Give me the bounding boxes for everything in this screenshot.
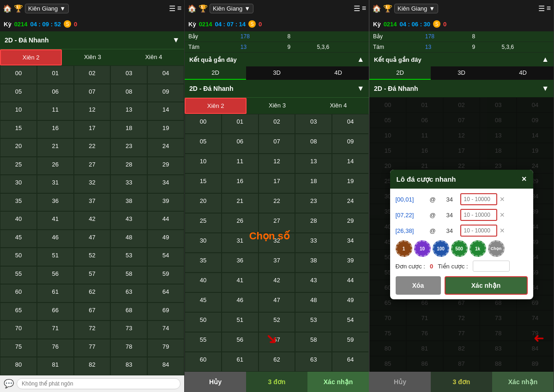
- list-item[interactable]: 31: [222, 233, 259, 253]
- list-item[interactable]: 75: [0, 339, 37, 357]
- list-item[interactable]: 02: [259, 114, 295, 134]
- list-item[interactable]: 17: [74, 120, 111, 139]
- list-item[interactable]: 38: [110, 193, 147, 212]
- list-item[interactable]: 64: [147, 284, 184, 303]
- list-item[interactable]: 18: [295, 173, 332, 193]
- list-item[interactable]: 66: [37, 303, 74, 321]
- list-item[interactable]: 31: [37, 175, 74, 193]
- list-item[interactable]: 37: [259, 253, 295, 273]
- list-item[interactable]: 48: [110, 230, 147, 248]
- list-item[interactable]: 82: [74, 357, 111, 375]
- bet-input-3[interactable]: [460, 225, 497, 237]
- list-item[interactable]: 22: [259, 193, 295, 213]
- list-item[interactable]: 08: [295, 134, 332, 154]
- result-tab-2d-3[interactable]: 2D: [369, 66, 431, 80]
- tab-xien4-2[interactable]: Xiên 4: [308, 98, 369, 114]
- list-item[interactable]: 69: [147, 303, 184, 321]
- list-item[interactable]: 43: [110, 211, 147, 230]
- list-icon-2[interactable]: ☰: [354, 4, 360, 13]
- list-item[interactable]: 03: [295, 114, 332, 134]
- list-item[interactable]: 15: [185, 173, 222, 193]
- list-item[interactable]: 34: [332, 233, 369, 253]
- chip-chon[interactable]: Chọn: [488, 240, 505, 257]
- list-item[interactable]: 01: [37, 65, 74, 84]
- list-item[interactable]: 30: [0, 175, 37, 193]
- list-item[interactable]: 09: [147, 84, 184, 102]
- chip-1[interactable]: 1: [396, 240, 412, 257]
- list-item[interactable]: 12: [74, 102, 111, 120]
- list-item[interactable]: 28: [295, 213, 332, 233]
- chip-500[interactable]: 500: [451, 240, 468, 257]
- list-item[interactable]: 63: [295, 352, 332, 372]
- list-item[interactable]: 37: [74, 193, 111, 212]
- list-item[interactable]: 57: [74, 266, 111, 285]
- list-item[interactable]: 21: [222, 193, 259, 213]
- list-item[interactable]: 80: [0, 357, 37, 375]
- list-item[interactable]: 34: [147, 175, 184, 193]
- list-item[interactable]: 50: [0, 248, 37, 266]
- menu-icon-2[interactable]: ≡: [362, 4, 366, 12]
- list-item[interactable]: 39: [147, 193, 184, 212]
- list-item[interactable]: 12: [259, 154, 295, 173]
- list-item[interactable]: 08: [110, 84, 147, 102]
- tien-cuoc-input[interactable]: [473, 261, 510, 272]
- list-item[interactable]: 67: [74, 303, 111, 321]
- list-item[interactable]: 16: [222, 173, 259, 193]
- region-dropdown-1[interactable]: Kiên Giang ▼: [25, 4, 69, 13]
- list-item[interactable]: 16: [37, 120, 74, 139]
- trophy-icon-1[interactable]: 🏆: [14, 4, 23, 13]
- list-item[interactable]: 04: [332, 114, 369, 134]
- list-item[interactable]: 28: [110, 157, 147, 175]
- bet-input-2[interactable]: [460, 209, 497, 221]
- home-icon-3[interactable]: 🏠: [372, 4, 381, 13]
- list-item[interactable]: 39: [332, 253, 369, 273]
- list-item[interactable]: 41: [222, 273, 259, 292]
- list-item[interactable]: 53: [295, 312, 332, 332]
- trophy-icon-3[interactable]: 🏆: [383, 4, 392, 13]
- list-item[interactable]: 19: [147, 120, 184, 139]
- list-item[interactable]: 57: [259, 332, 295, 352]
- region-dropdown-3[interactable]: Kiên Giang ▼: [394, 4, 438, 13]
- list-item[interactable]: 24: [332, 193, 369, 213]
- modal-close-button[interactable]: ×: [522, 174, 527, 184]
- list-item[interactable]: 29: [147, 157, 184, 175]
- home-icon-2[interactable]: 🏠: [187, 4, 197, 13]
- list-item[interactable]: 13: [110, 102, 147, 120]
- list-item[interactable]: 40: [185, 273, 222, 292]
- list-item[interactable]: 14: [147, 102, 184, 120]
- list-icon-3[interactable]: ☰: [538, 4, 545, 13]
- list-item[interactable]: 60: [185, 352, 222, 372]
- list-item[interactable]: 46: [37, 230, 74, 248]
- list-item[interactable]: 07: [259, 134, 295, 154]
- list-item[interactable]: 72: [74, 321, 111, 339]
- result-tab-3d-2[interactable]: 3D: [246, 66, 307, 80]
- list-item[interactable]: 20: [0, 138, 37, 157]
- list-item[interactable]: 79: [147, 339, 184, 357]
- home-icon-1[interactable]: 🏠: [3, 4, 12, 13]
- list-item[interactable]: 20: [185, 193, 222, 213]
- list-item[interactable]: 35: [185, 253, 222, 273]
- list-item[interactable]: 17: [259, 173, 295, 193]
- game-type-row-1[interactable]: 2D - Đá Nhanh ▼: [0, 31, 184, 49]
- list-item[interactable]: 27: [259, 213, 295, 233]
- list-item[interactable]: 81: [37, 357, 74, 375]
- list-item[interactable]: 77: [74, 339, 111, 357]
- list-item[interactable]: 58: [295, 332, 332, 352]
- chip-100[interactable]: 100: [433, 240, 449, 257]
- bet-delete-2[interactable]: ×: [500, 210, 505, 220]
- list-item[interactable]: 74: [147, 321, 184, 339]
- list-item[interactable]: 42: [259, 273, 295, 292]
- list-item[interactable]: 23: [110, 138, 147, 157]
- bet-input-1[interactable]: [460, 193, 497, 205]
- list-item[interactable]: 21: [37, 138, 74, 157]
- list-item[interactable]: 56: [37, 266, 74, 285]
- dons-button-2[interactable]: 3 đơn: [246, 372, 307, 392]
- list-item[interactable]: 43: [295, 273, 332, 292]
- list-item[interactable]: 48: [295, 292, 332, 312]
- list-item[interactable]: 84: [147, 357, 184, 375]
- list-item[interactable]: 01: [222, 114, 259, 134]
- list-item[interactable]: 59: [147, 266, 184, 285]
- tab-xien3-2[interactable]: Xiên 3: [247, 98, 307, 114]
- region-dropdown-2[interactable]: Kiên Giang ▼: [210, 4, 253, 13]
- list-item[interactable]: 62: [259, 352, 295, 372]
